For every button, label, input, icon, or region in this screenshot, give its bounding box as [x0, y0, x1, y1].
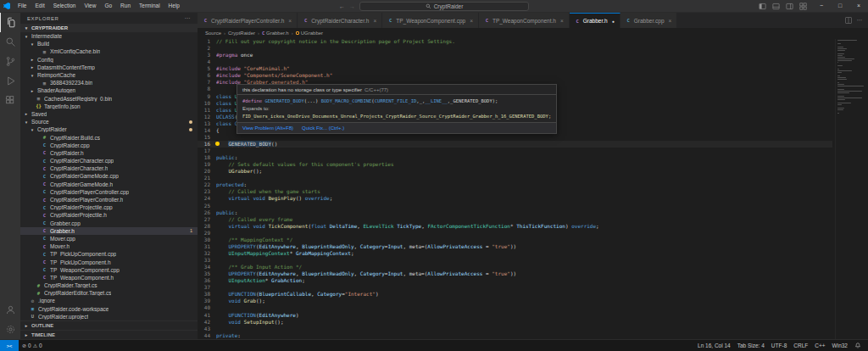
minimap[interactable]: [835, 39, 865, 339]
code-line[interactable]: 42 void SetupInput();: [198, 319, 832, 326]
remote-indicator-icon[interactable]: ><: [0, 340, 19, 351]
tree-folder-build[interactable]: ▾Build: [20, 40, 198, 47]
quick-fix-lightbulb-icon[interactable]: [215, 142, 220, 146]
code-line[interactable]: 31 UPROPERTY(EditAnywhere, BlueprintRead…: [198, 243, 832, 250]
minimize-icon[interactable]: −: [812, 0, 831, 12]
code-line[interactable]: 5#include "CoreMinimal.h": [198, 65, 832, 72]
toggle-secondary-sidebar-icon[interactable]: [786, 3, 793, 10]
code-line[interactable]: 21: [198, 175, 832, 181]
tree-file-tp-pickupcomponent-h[interactable]: CTP_PickUpComponent.h: [20, 258, 198, 265]
tree-file-mover-cpp[interactable]: CMover.cpp: [20, 235, 198, 242]
code-line[interactable]: 43: [198, 326, 832, 332]
tree-folder-datasmithcontenttemp[interactable]: ▸DatasmithContentTemp: [20, 64, 198, 71]
close-icon[interactable]: ×: [373, 18, 376, 24]
tree-file-cryptraiderprojectile-cpp[interactable]: CCryptRaiderProjectile.cpp: [20, 203, 198, 211]
explorer-icon[interactable]: [0, 13, 20, 32]
toggle-sidebar-icon[interactable]: [759, 3, 766, 10]
code-line[interactable]: 32 UInputMappingContext* GrabMappingCont…: [198, 250, 832, 257]
eol-setting[interactable]: CRLF: [790, 343, 811, 348]
tree-file-cryptraiderplayercontroller-cpp[interactable]: CCryptRaiderPlayerController.cpp: [20, 188, 198, 196]
menu-terminal[interactable]: Terminal: [135, 0, 164, 12]
cursor-position[interactable]: Ln 16, Col 14: [694, 343, 734, 348]
tree-file-cryptraiderplayercontroller-h[interactable]: CCryptRaiderPlayerController.h: [20, 196, 198, 203]
menu-run[interactable]: Run: [116, 0, 135, 12]
breadcrumb-symbol[interactable]: UGrabber: [296, 31, 323, 36]
code-line[interactable]: 34 /** Grab Input Action */: [198, 264, 832, 270]
tree-file-ignore[interactable]: ⊘.ignore: [20, 297, 198, 304]
code-editor[interactable]: 1// Fill out your copyright notice in th…: [198, 38, 868, 339]
tab-grabber-cpp[interactable]: CGrabber.cpp×: [620, 13, 678, 28]
code-line[interactable]: 16 GENERATED_BODY(): [198, 141, 832, 148]
quick-fix-link[interactable]: Quick Fix... (Ctrl+.): [302, 125, 344, 131]
code-line[interactable]: 3#pragma once: [198, 52, 832, 58]
menu-view[interactable]: View: [80, 0, 100, 12]
menu-file[interactable]: File: [14, 0, 31, 12]
code-line[interactable]: 4: [198, 58, 832, 65]
close-icon[interactable]: ×: [288, 18, 292, 24]
tree-folder-saved[interactable]: ▸Saved: [20, 110, 198, 118]
nav-back-icon[interactable]: ←: [339, 3, 345, 9]
toggle-panel-icon[interactable]: [772, 3, 780, 10]
tree-file-cryptraidergamemode-cpp[interactable]: CCryptRaiderGameMode.cpp: [20, 172, 198, 180]
code-line[interactable]: 44private:: [198, 332, 832, 339]
tree-folder-intermediate[interactable]: ▾Intermediate: [20, 32, 198, 40]
encoding-setting[interactable]: UTF-8: [768, 343, 790, 348]
code-line[interactable]: 19 // Sets default values for this compo…: [198, 161, 832, 168]
code-line[interactable]: 38 UFUNCTION(BlueprintCallable, Category…: [198, 291, 832, 298]
nav-forward-icon[interactable]: →: [349, 3, 355, 9]
tree-file-cryptraider-code-workspace[interactable]: ▣CryptRaider.code-workspace: [20, 305, 198, 313]
breadcrumb-file[interactable]: C Grabber.h: [262, 31, 289, 36]
tree-file-cryptraidergamemode-h[interactable]: CCryptRaiderGameMode.h: [20, 181, 198, 188]
close-window-icon[interactable]: ×: [849, 0, 868, 12]
tab-cryptraiderplayercontroller-h[interactable]: CCryptRaiderPlayerController.h×: [198, 13, 298, 28]
customize-layout-icon[interactable]: [799, 3, 807, 10]
tree-file-cryptraider-h[interactable]: CCryptRaider.h: [20, 149, 198, 157]
tree-file-grabber-h[interactable]: CGrabber.h1: [20, 227, 198, 235]
maximize-icon[interactable]: □: [831, 0, 849, 12]
code-line[interactable]: 22protected:: [198, 181, 832, 188]
tree-file-cryptraidercharacter-h[interactable]: CCryptRaiderCharacter.h: [20, 164, 198, 172]
command-center-search[interactable]: CryptRaider: [359, 2, 529, 11]
tree-file-cryptraiderprojectile-h[interactable]: CCryptRaiderProjectile.h: [20, 211, 198, 219]
explorer-section-header[interactable]: ▾ CRYPTRAIDER: [20, 24, 198, 32]
more-actions-icon[interactable]: ⋯: [184, 15, 191, 22]
close-icon[interactable]: ×: [470, 18, 473, 24]
code-line[interactable]: 6#include "Components/SceneComponent.h": [198, 72, 832, 79]
run-debug-icon[interactable]: [0, 71, 20, 91]
tree-file-cachedassetregistry-0-bin[interactable]: ▦CachedAssetRegistry_0.bin: [20, 95, 198, 103]
code-line[interactable]: 27 // Called every frame: [198, 216, 832, 223]
tree-file-cryptraidereditor-target-cs[interactable]: #CryptRaiderEditor.Target.cs: [20, 289, 198, 297]
account-icon[interactable]: [0, 300, 20, 320]
code-line[interactable]: 37: [198, 284, 832, 291]
code-line[interactable]: 18public:: [198, 154, 832, 161]
menu-go[interactable]: Go: [100, 0, 116, 12]
tab-tp-weaponcomponent-h[interactable]: CTP_WeaponComponent.h×: [479, 13, 570, 28]
tree-folder-config[interactable]: ▸Config: [20, 56, 198, 64]
code-line[interactable]: 41 UFUNCTION(EditAnywhere): [198, 312, 832, 319]
breadcrumb-folder[interactable]: CryptRaider: [228, 31, 255, 36]
notifications-bell-icon[interactable]: [851, 343, 865, 349]
menu-edit[interactable]: Edit: [31, 0, 48, 12]
tab-cryptraidercharacter-h[interactable]: CCryptRaiderCharacter.h×: [298, 13, 382, 28]
tree-file-grabber-cpp[interactable]: CGrabber.cpp: [20, 220, 198, 227]
tree-folder-shaderautogen[interactable]: ▸ShaderAutogen: [20, 86, 198, 94]
platform-config[interactable]: Win32: [829, 343, 851, 348]
extensions-icon[interactable]: [0, 91, 20, 110]
code-line[interactable]: 28 virtual void TickComponent(float Delt…: [198, 223, 832, 230]
tree-file-tp-weaponcomponent-h[interactable]: CTP_WeaponComponent.h: [20, 274, 198, 281]
code-line[interactable]: 35 UPROPERTY(EditAnywhere, BlueprintRead…: [198, 270, 832, 277]
code-line[interactable]: 1// Fill out your copyright notice in th…: [198, 38, 832, 45]
close-icon[interactable]: ×: [560, 18, 564, 24]
source-control-icon[interactable]: [0, 52, 20, 71]
menu-selection[interactable]: Selection: [49, 0, 81, 12]
tree-file-cryptraidercharacter-cpp[interactable]: CCryptRaiderCharacter.cpp: [20, 157, 198, 164]
tree-file-cryptraider-target-cs[interactable]: #CryptRaider.Target.cs: [20, 281, 198, 289]
search-sidebar-icon[interactable]: [0, 32, 20, 52]
tree-file-cryptraider-uproject[interactable]: UCryptRaider.uproject: [20, 313, 198, 320]
tab-grabber-h[interactable]: CGrabber.h●: [570, 13, 620, 28]
code-line[interactable]: 40: [198, 304, 832, 311]
tree-folder-cryptraider[interactable]: ▾CryptRaider: [20, 125, 198, 133]
close-icon[interactable]: ×: [669, 18, 672, 24]
tree-folder-source[interactable]: ▾Source: [20, 118, 198, 125]
code-line[interactable]: 24 virtual void BeginPlay() override;: [198, 195, 832, 202]
